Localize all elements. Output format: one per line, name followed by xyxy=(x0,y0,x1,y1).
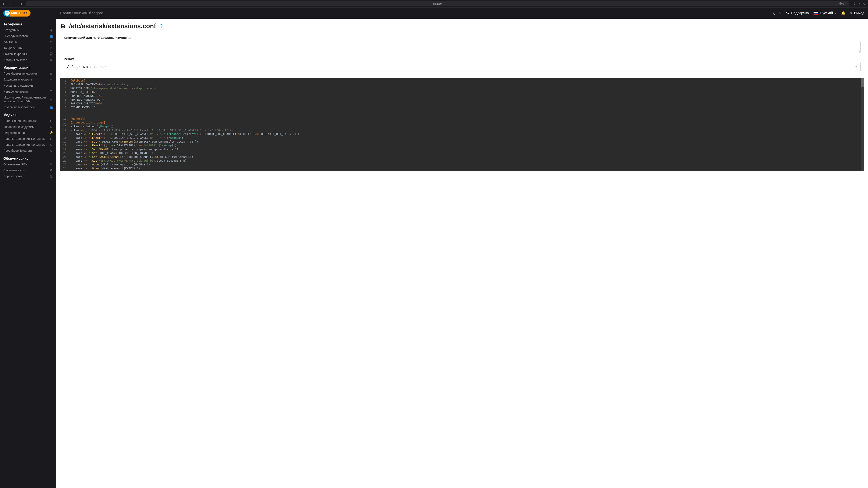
code-line[interactable]: same => n,Set(MASTER_CHANNEL(M_TIMEOUT_C… xyxy=(70,155,863,159)
code-lines[interactable]: [globals]TRANSFER_CONTEXT=internal-trans… xyxy=(69,78,864,171)
svg-line-1 xyxy=(774,14,775,14)
code-scrollbar-track[interactable] xyxy=(861,78,864,171)
power-icon: ⏻ xyxy=(49,175,53,178)
forward-icon[interactable]: 〉 xyxy=(14,2,17,6)
chevron-down-icon: ▼ xyxy=(835,12,837,14)
sidebar-item[interactable]: Конференции✆ xyxy=(0,45,56,51)
code-line[interactable]: PARKING_DURATION=50 xyxy=(70,102,863,105)
search-icon[interactable] xyxy=(771,11,775,15)
reload-icon[interactable]: ↻ xyxy=(845,2,847,5)
code-line[interactable]: same => n,ExecIf($[ "${ORIGINATE_SRC_CHA… xyxy=(70,136,863,140)
sidebar-item[interactable]: Перезагрузка⏻ xyxy=(0,173,56,179)
code-line[interactable]: PBX_REC_ANNONCE_IN= xyxy=(70,94,863,98)
code-line[interactable]: PBX_REC_ANNONCE_OUT= xyxy=(70,98,863,102)
code-line[interactable]: [general] xyxy=(70,117,863,121)
sidebar-item[interactable]: Лицензирование🔑 xyxy=(0,130,56,136)
sidebar-item[interactable]: Системные логи↺ xyxy=(0,167,56,173)
help-icon[interactable]: ? xyxy=(779,11,781,15)
code-line[interactable] xyxy=(70,113,863,117)
server-icon: ▤ xyxy=(49,72,53,75)
translate-icon[interactable]: �되 xyxy=(839,2,844,5)
code-line[interactable]: same => n,Gosub(dial_interception,${EXTE… xyxy=(70,163,863,166)
sidebar-item[interactable]: Нерабочее время🗓 xyxy=(0,89,56,94)
key-icon: 🔑 xyxy=(49,131,53,134)
sidebar-item-label: Нерабочее время xyxy=(3,90,49,93)
puzzle-icon: ⊕ xyxy=(49,143,53,147)
sidebar-item-label: Входящие маршруты xyxy=(3,77,49,82)
code-line[interactable]: same => n,AGI(/usr/www/src/Core/Asterisk… xyxy=(70,159,863,163)
sidebar-item[interactable]: Приложения диалпланов◐ xyxy=(0,118,56,124)
puzzle-icon: ⊕ xyxy=(49,125,53,128)
puzzle-icon: ⊕ xyxy=(49,149,53,152)
new-tab-icon[interactable]: + xyxy=(859,2,860,5)
sidebar-item-label: Звуковые файлы xyxy=(3,52,49,56)
sidebar-item[interactable]: Панель телефонии 4.0 для 1С⊕ xyxy=(0,142,56,148)
sidebar-item[interactable]: Обновление PBX⟳ xyxy=(0,161,56,167)
code-line[interactable] xyxy=(70,109,863,113)
logout-icon: ⎋ xyxy=(850,11,852,15)
code-line[interactable]: exten => failed,1,Hangup() xyxy=(70,125,863,128)
help-link-icon[interactable]: ? xyxy=(160,23,162,29)
phone-volume-icon: ✆ xyxy=(49,46,53,50)
language-select[interactable]: Русский ▼ xyxy=(813,11,837,15)
code-line[interactable]: same => n,ExecIf($[ "${M_DIALSTATUS}" ==… xyxy=(70,143,863,148)
form-card: Комментарий для чего сделаны изменения Р… xyxy=(60,33,864,75)
code-line[interactable]: same => n,Set(FROM_CHAN=${INTECEPTION_CN… xyxy=(70,151,863,155)
users-icon: 👥 xyxy=(49,35,53,38)
code-line[interactable]: same => n,Set(CHANNEL(hangup_handler_wip… xyxy=(70,148,863,151)
page-title-row: 🗎 /etc/asterisk/extensions.conf ? xyxy=(60,23,864,30)
tabs-icon[interactable]: ⧉ xyxy=(863,2,865,5)
sidebar-item[interactable]: Управление модулями⊕ xyxy=(0,124,56,130)
sidebar-item-label: Провайдеры телефонии xyxy=(3,72,49,75)
comment-label: Комментарий для чего сделаны изменения xyxy=(64,36,861,39)
sidebar-item[interactable]: Сотрудники◉ xyxy=(0,27,56,33)
sitemap-icon: ⊞ xyxy=(49,40,53,44)
code-line[interactable]: same => n,Gosub(dial_answer,${EXTEN},1) xyxy=(70,166,863,170)
headphones-icon: 🎧 xyxy=(49,52,53,56)
sidebar-item-label: Конференции xyxy=(3,46,49,50)
code-editor[interactable]: 123456789101112131415161718192021222324 … xyxy=(60,78,864,171)
code-line[interactable]: same => n,ExecIf($[ "${ORIGINATE_SRC_CHA… xyxy=(70,132,863,136)
search-input[interactable]: Введите поисковый запрос xyxy=(60,11,767,15)
back-icon[interactable]: 〈 xyxy=(8,2,11,6)
puzzle-icon: ⊕ xyxy=(49,137,53,140)
shield-icon: ◑ xyxy=(20,2,22,5)
sidebar-toggle-icon[interactable]: ◧ xyxy=(3,2,5,6)
code-line[interactable]: [globals] xyxy=(70,79,863,83)
code-line[interactable]: MONITOR_STEREO=1 xyxy=(70,90,863,94)
code-scrollbar-thumb[interactable] xyxy=(861,78,864,87)
code-line[interactable]: PICKUP_EXTEN=*8 xyxy=(70,105,863,109)
code-line[interactable]: exten => _[0-9*#+a-zA-Z][0-9*#+a-zA-Z]!,… xyxy=(70,128,863,132)
logout-link[interactable]: ⎋ Выход xyxy=(850,11,864,15)
address-bar[interactable]: ◑ mikopbx �되 ↻ xyxy=(26,1,849,6)
code-line[interactable]: [interception-bridge] xyxy=(70,121,863,125)
sidebar-item[interactable]: История вызовов≡ xyxy=(0,57,56,63)
list-icon: ≡ xyxy=(49,59,53,62)
sidebar-item-label: Модуль умной маршрутизации вызовов (Smar… xyxy=(3,96,49,103)
bell-icon[interactable]: 🔔 xyxy=(841,11,845,15)
sidebar-item[interactable]: Провайдер Telegram⊕ xyxy=(0,148,56,154)
logo[interactable]: ✆ MIKOPBX xyxy=(0,8,56,20)
browser-chrome: ◧ 〈 〉 ◑ mikopbx �되 ↻ ⇧ + ⧉ xyxy=(0,0,868,8)
code-line[interactable]: same => n,Set(M_DIALSTATUS=${IMPORT(${IN… xyxy=(70,140,863,143)
sidebar-item[interactable]: IVR меню⊞ xyxy=(0,39,56,45)
mode-select[interactable]: Добавлять в конец файла ▼ xyxy=(64,62,861,72)
support-link[interactable]: 🗨 Поддержка xyxy=(786,11,809,15)
addr-right-icons: �되 ↻ xyxy=(839,2,847,5)
sidebar-item[interactable]: Звуковые файлы🎧 xyxy=(0,51,56,57)
share-icon[interactable]: ⇧ xyxy=(853,2,856,5)
sidebar-item[interactable]: Группы пользователей👥 xyxy=(0,104,56,110)
sidebar-item[interactable]: Входящие маршруты⇄ xyxy=(0,76,56,83)
sidebar-item[interactable]: Очереди вызовов👥 xyxy=(0,33,56,39)
code-line[interactable]: MONITOR_DIR=/storage/usbdisk1/mikopbx/as… xyxy=(70,87,863,90)
sidebar-item[interactable]: Исходящие маршруты⤭ xyxy=(0,83,56,89)
code-line[interactable]: TRANSFER_CONTEXT=internal-transfer; xyxy=(70,83,863,87)
sidebar-section-title: Телефония xyxy=(0,21,56,27)
sidebar-item[interactable]: Панель телефонии 1.0 для 1С⊕ xyxy=(0,136,56,142)
sidebar-item-label: Сотрудники xyxy=(3,28,49,32)
sidebar-item[interactable]: Провайдеры телефонии▤ xyxy=(0,70,56,76)
undo-icon: ↺ xyxy=(49,169,53,172)
sidebar-item[interactable]: Модуль умной маршрутизации вызовов (Smar… xyxy=(0,94,56,104)
sidebar-item-label: Системные логи xyxy=(3,168,49,172)
comment-input[interactable] xyxy=(64,41,861,53)
